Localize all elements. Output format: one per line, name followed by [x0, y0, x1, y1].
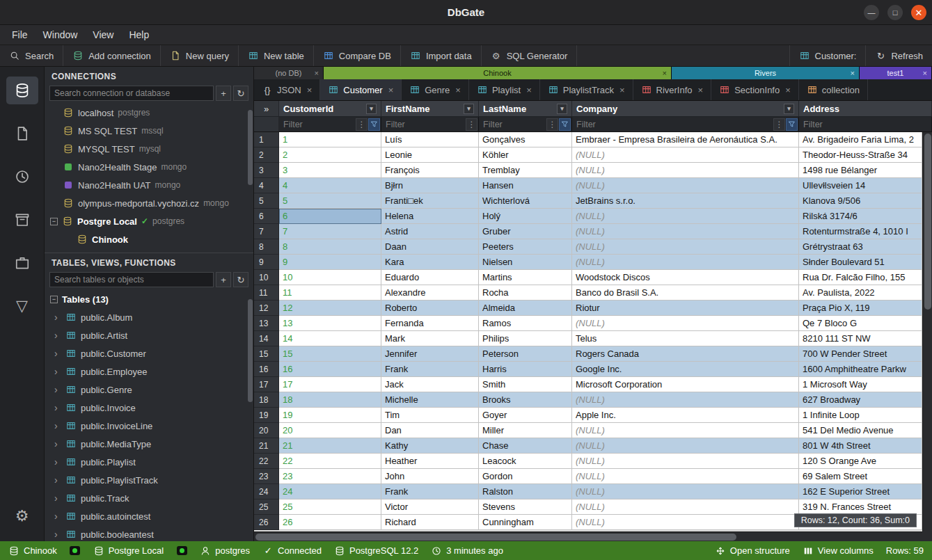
- cell-address[interactable]: Słnder Boulevard 51: [799, 255, 922, 270]
- cell-address[interactable]: Klanova 9/506: [799, 193, 922, 209]
- close-tab-icon[interactable]: ×: [698, 85, 704, 95]
- toolbar-compare-db-button[interactable]: Compare DB: [314, 45, 401, 66]
- table-public-customer[interactable]: ›public.Customer: [45, 344, 253, 362]
- cell-customerid[interactable]: 7: [279, 224, 381, 239]
- row-number[interactable]: 1: [254, 132, 279, 147]
- filter-funnel-icon[interactable]: [786, 118, 798, 131]
- cell-company[interactable]: Google Inc.: [572, 362, 799, 377]
- cell-address[interactable]: 319 N. Frances Street: [799, 499, 922, 515]
- toolbar-search-button[interactable]: Search: [0, 45, 63, 66]
- row-number[interactable]: 18: [254, 392, 279, 408]
- chevron-right-icon[interactable]: ›: [54, 456, 61, 467]
- chevron-right-icon[interactable]: ›: [54, 312, 61, 323]
- add-connection-plus-button[interactable]: +: [216, 86, 231, 101]
- table-public-playlisttrack[interactable]: ›public.PlaylistTrack: [45, 471, 253, 489]
- cell-customerid[interactable]: 12: [279, 301, 381, 316]
- close-db-tab-icon[interactable]: ×: [851, 69, 855, 77]
- cell-lastname[interactable]: Holý: [479, 209, 572, 224]
- minimize-button[interactable]: —: [864, 5, 879, 20]
- cell-lastname[interactable]: Gonçalves: [479, 132, 572, 147]
- table-public-playlist[interactable]: ›public.Playlist: [45, 453, 253, 471]
- chevron-right-icon[interactable]: ›: [54, 348, 61, 359]
- row-number[interactable]: 8: [254, 239, 279, 255]
- row-number[interactable]: 9: [254, 255, 279, 270]
- add-table-plus-button[interactable]: +: [216, 272, 231, 287]
- chevron-right-icon[interactable]: ›: [54, 493, 61, 504]
- toolbar-customer-button[interactable]: Customer:: [789, 45, 866, 66]
- chevron-right-icon[interactable]: ›: [54, 384, 61, 395]
- cell-firstname[interactable]: Mark: [381, 331, 479, 346]
- connection-olympus-medportal-vychozi-cz[interactable]: olympus-medportal.vychozi.czmongo: [45, 194, 253, 212]
- activity-archive[interactable]: [6, 206, 38, 234]
- tab-sectioninfo[interactable]: SectionInfo×: [711, 79, 799, 100]
- cell-address[interactable]: 541 Del Medio Avenue: [799, 423, 922, 438]
- cell-address[interactable]: Rilská 3174/6: [799, 209, 922, 224]
- table-public-invoiceline[interactable]: ›public.InvoiceLine: [45, 417, 253, 435]
- cell-firstname[interactable]: Kara: [381, 255, 479, 270]
- row-number[interactable]: 14: [254, 331, 279, 346]
- db-tab-rivers[interactable]: Rivers×: [672, 67, 860, 79]
- chevron-right-icon[interactable]: ›: [54, 529, 61, 540]
- cell-customerid[interactable]: 20: [279, 423, 381, 438]
- row-number[interactable]: 3: [254, 163, 279, 178]
- chevron-right-icon[interactable]: ›: [54, 474, 61, 486]
- cell-lastname[interactable]: Leacock: [479, 454, 572, 469]
- cell-company[interactable]: (NULL): [572, 209, 799, 224]
- cell-address[interactable]: Qe 7 Bloco G: [799, 316, 922, 331]
- cell-firstname[interactable]: Fernanda: [381, 316, 479, 331]
- row-number[interactable]: 13: [254, 316, 279, 331]
- row-number[interactable]: 26: [254, 515, 279, 530]
- cell-company[interactable]: Banco do Brasil S.A.: [572, 285, 799, 301]
- close-button[interactable]: ✕: [911, 5, 926, 20]
- cell-firstname[interactable]: Daan: [381, 239, 479, 255]
- cell-address[interactable]: 1 Infinite Loop: [799, 408, 922, 423]
- cell-company[interactable]: (NULL): [572, 484, 799, 499]
- cell-address[interactable]: 1600 Amphitheatre Parkw: [799, 362, 922, 377]
- chevron-right-icon[interactable]: ›: [54, 438, 61, 449]
- cell-address[interactable]: Grétrystraat 63: [799, 239, 922, 255]
- cell-lastname[interactable]: Martins: [479, 270, 572, 285]
- status-view-columns[interactable]: View columns: [803, 545, 874, 557]
- cell-firstname[interactable]: Helena: [381, 209, 479, 224]
- refresh-connections-button[interactable]: ↻: [233, 86, 248, 101]
- refresh-tables-button[interactable]: ↻: [233, 272, 248, 287]
- grid-corner-button[interactable]: »: [254, 101, 279, 116]
- row-number[interactable]: 16: [254, 362, 279, 377]
- cell-company[interactable]: (NULL): [572, 392, 799, 408]
- toolbar-add-connection-button[interactable]: Add connection: [63, 45, 161, 66]
- chevron-right-icon[interactable]: ›: [54, 330, 61, 341]
- table-public-track[interactable]: ›public.Track: [45, 489, 253, 507]
- cell-customerid[interactable]: 8: [279, 239, 381, 255]
- cell-company[interactable]: (NULL): [572, 255, 799, 270]
- cell-address[interactable]: Praça Pio X, 119: [799, 301, 922, 316]
- cell-firstname[interactable]: Victor: [381, 499, 479, 515]
- filter-company[interactable]: Filter⋮: [572, 117, 799, 131]
- horizontal-scrollbar-thumb[interactable]: [255, 534, 736, 541]
- close-tab-icon[interactable]: ×: [307, 85, 313, 95]
- cell-company[interactable]: (NULL): [572, 316, 799, 331]
- table-public-booleantest[interactable]: ›public.booleantest: [45, 525, 253, 541]
- status-indicator[interactable]: [176, 545, 187, 557]
- column-dropdown-icon[interactable]: ▾: [366, 104, 377, 114]
- row-number[interactable]: 4: [254, 178, 279, 193]
- column-dropdown-icon[interactable]: ▾: [557, 104, 567, 114]
- connections-scrollbar[interactable]: [248, 110, 253, 185]
- cell-company[interactable]: Telus: [572, 331, 799, 346]
- cell-firstname[interactable]: Heather: [381, 454, 479, 469]
- table-public-artist[interactable]: ›public.Artist: [45, 326, 253, 344]
- filter-menu-icon[interactable]: ⋮: [356, 118, 368, 131]
- connection-mysql-test[interactable]: MYSQL TESTmysql: [45, 140, 253, 158]
- activity-files[interactable]: [6, 120, 38, 147]
- filter-lastname[interactable]: Filter⋮: [479, 117, 572, 131]
- row-number[interactable]: 5: [254, 193, 279, 209]
- menu-window[interactable]: Window: [35, 26, 86, 43]
- row-number[interactable]: 17: [254, 377, 279, 392]
- column-header-lastname[interactable]: LastName▾: [479, 101, 572, 116]
- tables-scrollbar[interactable]: [248, 299, 253, 402]
- cell-company[interactable]: Apple Inc.: [572, 408, 799, 423]
- row-number[interactable]: 6: [254, 209, 279, 224]
- cell-customerid[interactable]: 15: [279, 346, 381, 362]
- close-db-tab-icon[interactable]: ×: [923, 69, 927, 77]
- cell-customerid[interactable]: 18: [279, 392, 381, 408]
- status-open-structure[interactable]: Open structure: [715, 545, 790, 557]
